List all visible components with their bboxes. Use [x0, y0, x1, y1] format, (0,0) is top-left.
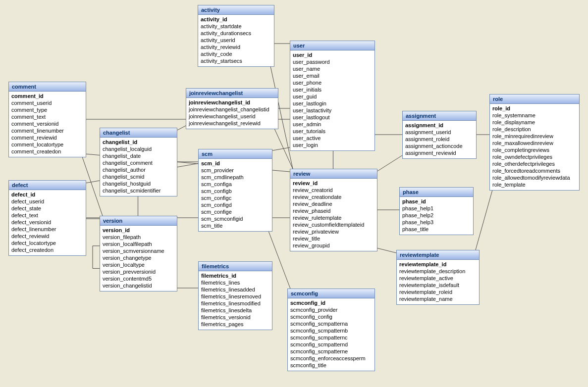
field-changelist_hostguid: changelist_hostguid: [103, 180, 174, 187]
entity-header[interactable]: scmconfig: [288, 289, 374, 298]
field-changelist_id: changelist_id: [103, 139, 174, 145]
entity-header[interactable]: changelist: [100, 128, 177, 138]
field-activity_reviewid: activity_reviewid: [201, 44, 271, 50]
field-filemetrics_pages: filemetrics_pages: [201, 321, 269, 328]
field-changelist_scmidentifier: changelist_scmidentifier: [103, 187, 174, 194]
field-phase_id: phase_id: [402, 198, 471, 205]
field-user_lastactivity: user_lastactivity: [293, 107, 372, 114]
field-scm_title: scm_title: [201, 222, 269, 229]
entity-header[interactable]: joinreviewchangelist: [186, 89, 278, 98]
field-role_id: role_id: [492, 105, 577, 112]
entity-body: review_idreview_creatoridreview_creation…: [290, 179, 377, 251]
entity-header[interactable]: assignment: [403, 111, 476, 121]
field-comment_id: comment_id: [11, 93, 83, 99]
field-changelist_comment: changelist_comment: [103, 159, 174, 166]
field-scmconfig_enforceaccessperm: scmconfig_enforceaccessperm: [290, 355, 372, 362]
field-version_id: version_id: [103, 227, 174, 234]
field-scmconfig_title: scmconfig_title: [290, 362, 372, 369]
field-defect_createdon: defect_createdon: [11, 246, 83, 253]
field-user_initials: user_initials: [293, 86, 372, 93]
field-scm_provider: scm_provider: [201, 167, 269, 174]
field-version_localfilepath: version_localfilepath: [103, 241, 174, 247]
field-scm_configb: scm_configb: [201, 188, 269, 194]
field-scm_configc: scm_configc: [201, 194, 269, 201]
entity-header[interactable]: filemetrics: [199, 262, 272, 271]
entity-scm[interactable]: scmscm_idscm_providerscm_cmdlinepathscm_…: [198, 149, 272, 232]
entity-body: reviewtemplate_idreviewtemplate_descript…: [397, 260, 479, 304]
field-scm_cmdlinepath: scm_cmdlinepath: [201, 174, 269, 181]
entity-role[interactable]: rolerole_idrole_systemnamerole_displayna…: [489, 94, 580, 191]
field-scmconfig_scmpatterna: scmconfig_scmpatterna: [290, 320, 372, 327]
field-review_phaseid: review_phaseid: [293, 207, 374, 214]
field-user_login: user_login: [293, 142, 372, 148]
field-defect_id: defect_id: [11, 191, 83, 198]
entity-filemetrics[interactable]: filemetricsfilemetrics_idfilemetrics_lin…: [198, 261, 272, 330]
field-comment_type: comment_type: [11, 106, 83, 113]
field-activity_durationsecs: activity_durationsecs: [201, 30, 271, 37]
field-role_description: role_description: [492, 126, 577, 133]
field-role_allowedtomodifyreviewdata: role_allowedtomodifyreviewdata: [492, 174, 577, 181]
field-comment_linenumber: comment_linenumber: [11, 127, 83, 134]
entity-header[interactable]: comment: [9, 82, 86, 92]
field-review_creationdate: review_creationdate: [293, 194, 374, 200]
entity-header[interactable]: phase: [400, 188, 473, 197]
entity-header[interactable]: role: [490, 95, 579, 104]
field-role_template: role_template: [492, 181, 577, 188]
entity-activity[interactable]: activityactivity_idactivity_startdateact…: [198, 5, 274, 67]
entity-defect[interactable]: defectdefect_iddefect_useriddefect_state…: [8, 180, 86, 256]
entity-body: changelist_idchangelist_localguidchangel…: [100, 138, 177, 196]
field-defect_text: defect_text: [11, 212, 83, 219]
entity-joinreviewchangelist[interactable]: joinreviewchangelistjoinreviewchangelist…: [186, 88, 278, 129]
field-user_password: user_password: [293, 58, 372, 65]
entity-body: role_idrole_systemnamerole_displaynamero…: [490, 104, 579, 190]
field-user_id: user_id: [293, 51, 372, 58]
field-version_prevversionid: version_prevversionid: [103, 268, 174, 275]
entity-body: defect_iddefect_useriddefect_statedefect…: [9, 190, 86, 255]
field-scm_scmconfigid: scm_scmconfigid: [201, 215, 269, 222]
field-version_localtype: version_localtype: [103, 261, 174, 268]
field-comment_reviewid: comment_reviewid: [11, 134, 83, 141]
field-scm_id: scm_id: [201, 160, 269, 167]
field-user_tutorials: user_tutorials: [293, 128, 372, 135]
entity-body: joinreviewchangelist_idjoinreviewchangel…: [186, 98, 278, 129]
field-scm_configa: scm_configa: [201, 181, 269, 188]
field-activity_userid: activity_userid: [201, 37, 271, 44]
field-comment_locatortype: comment_locatortype: [11, 141, 83, 148]
entity-header[interactable]: activity: [198, 5, 274, 15]
entity-user[interactable]: useruser_iduser_passworduser_nameuser_em…: [290, 41, 375, 151]
entity-scmconfig[interactable]: scmconfigscmconfig_idscmconfig_providers…: [287, 289, 375, 371]
entity-phase[interactable]: phasephase_idphase_help1phase_help2phase…: [399, 187, 474, 235]
entity-version[interactable]: versionversion_idversion_filepathversion…: [100, 216, 177, 291]
entity-header[interactable]: user: [290, 41, 374, 50]
field-version_scmversionname: version_scmversionname: [103, 247, 174, 254]
field-assignment_actioncode: assignment_actioncode: [405, 143, 474, 149]
field-reviewtemplate_description: reviewtemplate_description: [399, 268, 477, 275]
entity-header[interactable]: scm: [199, 149, 272, 159]
field-filemetrics_versionid: filemetrics_versionid: [201, 314, 269, 321]
field-defect_linenumber: defect_linenumber: [11, 226, 83, 233]
field-phase_help1: phase_help1: [402, 205, 471, 212]
entity-comment[interactable]: commentcomment_idcomment_useridcomment_t…: [8, 82, 86, 157]
entity-header[interactable]: version: [100, 216, 177, 226]
field-activity_startsecs: activity_startsecs: [201, 57, 271, 64]
field-assignment_roleid: assignment_roleid: [405, 136, 474, 143]
field-review_ruletemplate: review_ruletemplate: [293, 214, 374, 221]
field-user_email: user_email: [293, 72, 372, 79]
field-phase_help2: phase_help2: [402, 212, 471, 219]
entity-assignment[interactable]: assignmentassignment_idassignment_userid…: [402, 111, 477, 159]
field-joinreviewchangelist_changelistid: joinreviewchangelist_changelistid: [189, 106, 275, 113]
field-review_groupid: review_groupid: [293, 242, 374, 249]
entity-review[interactable]: reviewreview_idreview_creatoridreview_cr…: [290, 169, 377, 251]
field-joinreviewchangelist_id: joinreviewchangelist_id: [189, 99, 275, 106]
entity-changelist[interactable]: changelistchangelist_idchangelist_localg…: [100, 128, 177, 196]
entity-header[interactable]: reviewtemplate: [397, 250, 479, 260]
entity-header[interactable]: defect: [9, 181, 86, 190]
field-user_admin: user_admin: [293, 121, 372, 128]
entity-body: version_idversion_filepathversion_localf…: [100, 226, 177, 291]
field-joinreviewchangelist_userid: joinreviewchangelist_userid: [189, 113, 275, 120]
entity-header[interactable]: review: [290, 169, 377, 179]
field-defect_versionid: defect_versionid: [11, 219, 83, 226]
field-scmconfig_provider: scmconfig_provider: [290, 306, 372, 313]
entity-reviewtemplate[interactable]: reviewtemplatereviewtemplate_idreviewtem…: [396, 250, 480, 305]
field-changelist_author: changelist_author: [103, 166, 174, 173]
